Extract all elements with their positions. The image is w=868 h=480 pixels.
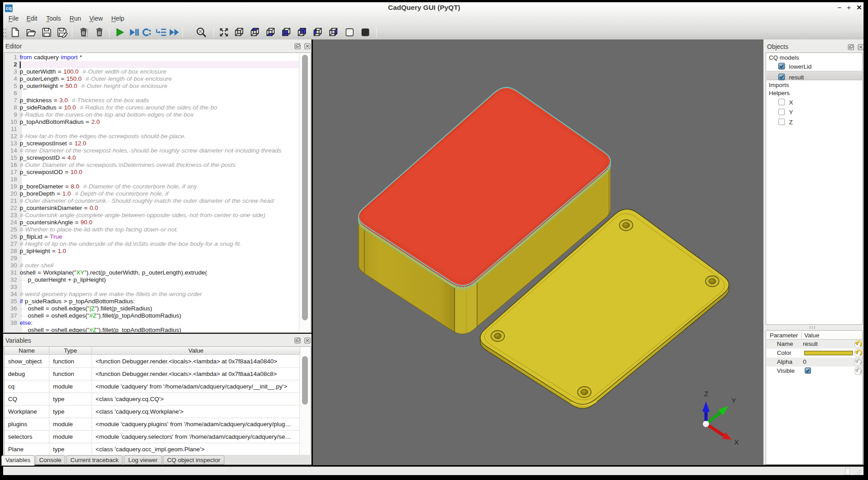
svg-text:Y: Y <box>732 397 736 404</box>
svg-text:Z: Z <box>704 390 708 397</box>
svg-text:X: X <box>734 438 739 446</box>
